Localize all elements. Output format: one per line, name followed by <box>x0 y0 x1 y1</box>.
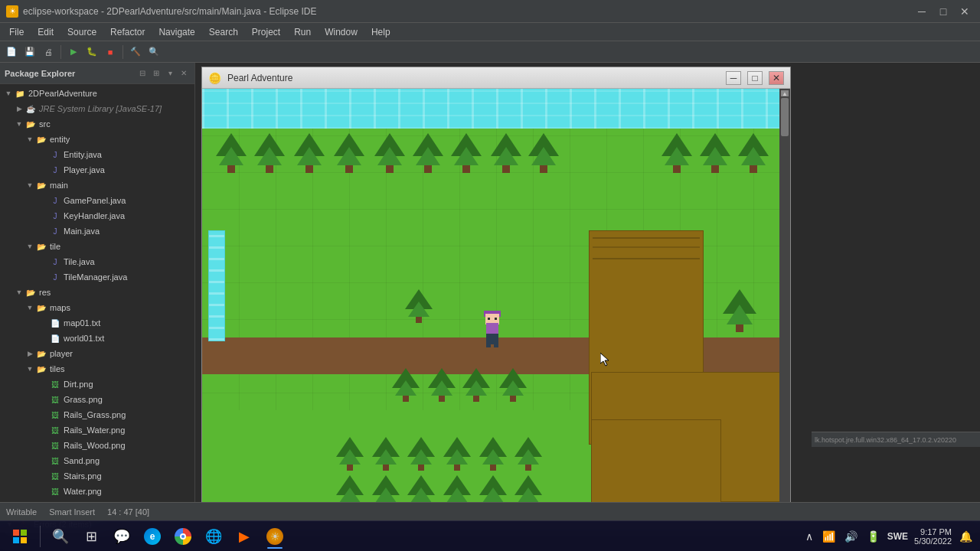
tree-item-entity[interactable]: ▼ 📂 entity <box>0 132 194 147</box>
tree-top-11 <box>700 133 730 173</box>
language-indicator[interactable]: SWE <box>887 531 908 542</box>
tree-item-keyhandler-java[interactable]: J KeyHandler.java <box>0 208 194 223</box>
expand-arrow-src[interactable]: ▼ <box>14 119 24 129</box>
tree-item-grass-png[interactable]: 🖼 Grass.png <box>0 392 194 407</box>
system-clock[interactable]: 9:17 PM 5/30/2022 <box>914 527 952 546</box>
tree-lower-3 <box>462 368 490 402</box>
taskbar-search[interactable]: 🔍 <box>47 523 74 550</box>
game-window-icon: 🪙 <box>208 72 221 84</box>
chat-icon: 💬 <box>113 528 130 545</box>
debug-button[interactable]: 🐛 <box>83 44 100 60</box>
new-button[interactable]: 📄 <box>3 44 20 60</box>
game-close-button[interactable]: ✕ <box>769 71 784 85</box>
entity-java-icon: J <box>49 148 61 161</box>
start-button[interactable] <box>6 523 34 550</box>
expand-arrow-jre[interactable]: ▶ <box>14 103 24 114</box>
menu-navigate[interactable]: Navigate <box>152 25 201 39</box>
tree-item-2dpearladventure[interactable]: ▼ 📁 2DPearlAdventure <box>0 86 194 101</box>
tree-item-stairs-png[interactable]: 🖼 Stairs.png <box>0 468 194 484</box>
tree-item-tile-java[interactable]: J Tile.java <box>0 254 194 269</box>
notification-icon[interactable]: 🔔 <box>958 529 974 544</box>
expand-arrow-main[interactable]: ▼ <box>24 180 35 191</box>
chevron-up-icon[interactable]: ∧ <box>804 529 815 544</box>
tree-item-sand-png[interactable]: 🖼 Sand.png <box>0 453 194 468</box>
save-button[interactable]: 💾 <box>21 44 38 60</box>
menu-window[interactable]: Window <box>318 25 364 39</box>
minimize-button[interactable]: ─ <box>913 4 931 19</box>
package-explorer-tree[interactable]: ▼ 📁 2DPearlAdventure ▶ ☕ JRE System Libr… <box>0 84 194 514</box>
tree-item-main-folder[interactable]: ▼ 📂 main <box>0 178 194 193</box>
tree-item-tiles-folder[interactable]: ▼ 📂 tiles <box>0 361 194 377</box>
menu-bar: File Edit Source Refactor Navigate Searc… <box>0 23 980 41</box>
expand-arrow-player[interactable]: ▶ <box>24 348 35 359</box>
menu-project[interactable]: Project <box>246 25 286 39</box>
tree-label-entity-java: Entity.java <box>64 150 102 159</box>
tree-item-rails-grass-png[interactable]: 🖼 Rails_Grass.png <box>0 407 194 422</box>
taskbar-edge[interactable]: e <box>139 523 166 550</box>
menu-refactor[interactable]: Refactor <box>104 25 151 39</box>
tree-item-jre[interactable]: ▶ ☕ JRE System Library [JavaSE-17] <box>0 101 194 116</box>
tree-label-tilemanager-java: TileManager.java <box>64 272 127 282</box>
close-button[interactable]: ✕ <box>956 4 974 19</box>
taskbar-eclipse-active[interactable]: ☀ <box>261 523 289 550</box>
stop-button[interactable]: ■ <box>102 44 119 60</box>
expand-arrow-tile[interactable]: ▼ <box>24 241 35 252</box>
menu-help[interactable]: Help <box>365 25 397 39</box>
tree-item-map01-txt[interactable]: 📄 map01.txt <box>0 315 194 331</box>
tree-item-tile-folder[interactable]: ▼ 📂 tile <box>0 239 194 254</box>
tree-item-gamepanel-java[interactable]: J GamePanel.java <box>0 193 194 208</box>
taskbar-chat[interactable]: 💬 <box>108 523 136 550</box>
tree-item-world01-txt[interactable]: 📄 world01.txt <box>0 331 194 346</box>
view-menu-button[interactable]: ▾ <box>164 67 176 80</box>
menu-file[interactable]: File <box>3 25 30 39</box>
expand-arrow-entity[interactable]: ▼ <box>24 134 35 145</box>
taskbar-widget[interactable]: ⊞ <box>77 523 105 550</box>
tree-item-src[interactable]: ▼ 📂 src <box>0 116 194 132</box>
expand-arrow-tiles[interactable]: ▼ <box>24 364 35 374</box>
network-icon[interactable]: 📶 <box>821 529 837 544</box>
expand-arrow-res[interactable]: ▼ <box>14 287 24 298</box>
tree-item-rails-water-png[interactable]: 🖼 Rails_Water.png <box>0 422 194 438</box>
package-explorer-header: Package Explorer ⊟ ⊞ ▾ ✕ <box>0 63 194 84</box>
game-scrollbar-right[interactable]: ▲ ▼ <box>779 89 790 514</box>
tree-item-entity-java[interactable]: J Entity.java <box>0 147 194 162</box>
close-view-button[interactable]: ✕ <box>178 67 190 80</box>
grass-png-icon: 🖼 <box>49 393 61 406</box>
game-maximize-button[interactable]: □ <box>747 71 763 85</box>
sound-icon[interactable]: 🔊 <box>843 529 859 544</box>
sky-top <box>202 89 790 129</box>
system-tray: ∧ 📶 🔊 🔋 SWE 9:17 PM 5/30/2022 🔔 <box>804 527 974 546</box>
tree-item-dirt-png[interactable]: 🖼 Dirt.png <box>0 377 194 392</box>
menu-edit[interactable]: Edit <box>31 25 60 39</box>
tree-item-maps[interactable]: ▼ 📂 maps <box>0 300 194 315</box>
search-button[interactable]: 🔍 <box>145 44 162 60</box>
expand-arrow-2dpearl[interactable]: ▼ <box>3 88 14 99</box>
game-canvas[interactable]: ▲ ▼ <box>202 89 790 514</box>
menu-source[interactable]: Source <box>61 25 103 39</box>
tree-item-rails-wood-png[interactable]: 🖼 Rails_Wood.png <box>0 438 194 453</box>
game-window: 🪙 Pearl Adventure ─ □ ✕ <box>201 67 791 514</box>
run-button[interactable]: ▶ <box>65 44 82 60</box>
window-title: eclipse-workspace - 2DPearlAdventure/src… <box>23 6 913 17</box>
link-editor-button[interactable]: ⊞ <box>150 67 162 80</box>
tree-item-water-png[interactable]: 🖼 Water.png <box>0 484 194 499</box>
menu-search[interactable]: Search <box>203 25 244 39</box>
taskbar-globe[interactable]: 🌐 <box>200 523 227 550</box>
tree-item-res[interactable]: ▼ 📂 res <box>0 285 194 300</box>
tree-item-tilemanager-java[interactable]: J TileManager.java <box>0 269 194 285</box>
build-button[interactable]: 🔨 <box>127 44 144 60</box>
battery-icon[interactable]: 🔋 <box>865 529 881 544</box>
world01-txt-icon: 📄 <box>49 332 61 344</box>
taskbar-media[interactable]: ▶ <box>230 523 258 550</box>
taskbar-chrome[interactable] <box>169 523 197 550</box>
expand-arrow-maps[interactable]: ▼ <box>24 302 35 313</box>
game-minimize-button[interactable]: ─ <box>726 71 741 85</box>
tree-bot-5 <box>479 437 507 471</box>
menu-run[interactable]: Run <box>288 25 317 39</box>
maximize-button[interactable]: □ <box>934 4 952 19</box>
tree-item-player-folder[interactable]: ▶ 📂 player <box>0 346 194 361</box>
tree-item-main-java[interactable]: J Main.java <box>0 223 194 239</box>
print-button[interactable]: 🖨 <box>40 44 57 60</box>
tree-item-player-java[interactable]: J Player.java <box>0 162 194 178</box>
collapse-all-button[interactable]: ⊟ <box>136 67 149 80</box>
